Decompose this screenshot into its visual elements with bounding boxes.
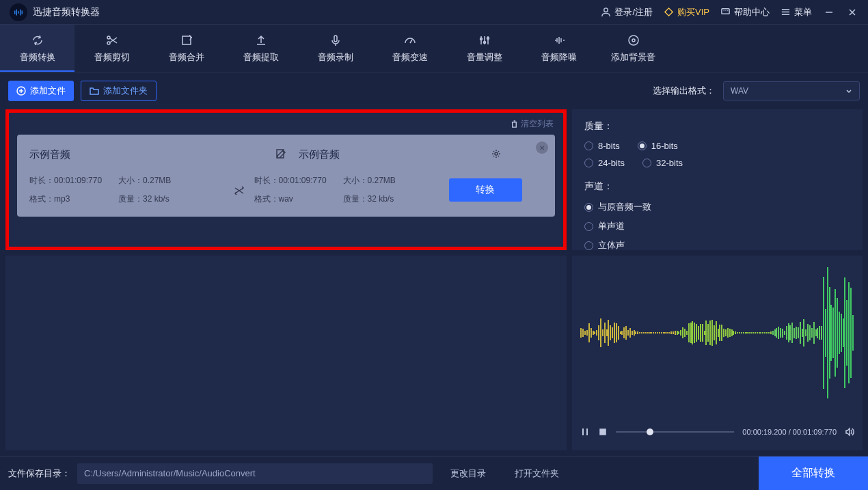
svg-point-9: [629, 36, 638, 45]
scissors-icon: [105, 33, 119, 47]
waveform-panel: 00:00:19.200 / 00:01:09:770: [572, 256, 863, 450]
open-folder-button[interactable]: 打开文件夹: [504, 463, 570, 484]
svg-rect-5: [334, 36, 337, 42]
svg-point-10: [632, 39, 635, 42]
stop-button[interactable]: [598, 427, 608, 437]
menu-label: 菜单: [794, 6, 812, 18]
tab-label: 音频降噪: [541, 51, 577, 64]
playback-time: 00:00:19.200 / 00:01:09:770: [742, 428, 837, 436]
clear-list-label: 清空列表: [521, 118, 554, 130]
help-link[interactable]: 帮助中心: [720, 6, 770, 18]
eq-icon: [478, 33, 491, 47]
target-meta: 时长：00:01:09:770大小：0.27MB 格式：wav质量：32 kb/…: [254, 175, 449, 205]
swap-icon: [224, 184, 254, 196]
convert-all-button[interactable]: 全部转换: [759, 457, 868, 491]
svg-point-12: [495, 152, 498, 155]
bgm-icon: [627, 33, 640, 47]
tab-merge[interactable]: 音频合并: [149, 25, 223, 72]
tab-label: 音频变速: [392, 51, 428, 64]
svg-rect-1: [722, 9, 729, 14]
chevron-down-icon: [845, 87, 852, 94]
gear-icon[interactable]: [491, 148, 502, 161]
change-dir-button[interactable]: 更改目录: [439, 463, 497, 484]
tab-label: 音频剪切: [94, 51, 130, 64]
format-value: WAV: [731, 86, 748, 96]
vip-link[interactable]: 购买VIP: [664, 6, 709, 18]
svg-point-3: [107, 42, 110, 44]
quality-16bits[interactable]: 16-bits: [638, 141, 678, 151]
channel-label: 声道：: [584, 180, 850, 193]
tab-speed[interactable]: 音频变速: [372, 25, 447, 72]
tab-label: 音频合并: [169, 51, 204, 64]
empty-area: [5, 256, 567, 450]
progress-bar[interactable]: [616, 431, 734, 433]
file-list-panel: 清空列表 ✕ 示例音频 示例音频 时长：00:01:09:770大小：0.27M…: [5, 109, 567, 250]
settings-panel: 质量： 8-bits 16-bits 24-bits 32-bits 声道： 与…: [572, 109, 863, 250]
tab-denoise[interactable]: 音频降噪: [521, 25, 596, 72]
tab-label: 音频提取: [243, 51, 279, 64]
target-name: 示例音频: [299, 148, 491, 161]
close-button[interactable]: [846, 6, 858, 18]
quality-32bits[interactable]: 32-bits: [642, 158, 683, 168]
save-path[interactable]: C:/Users/Administrator/Music/AudioConver…: [77, 463, 433, 484]
tab-label: 音频录制: [318, 51, 353, 64]
refresh-icon: [31, 33, 44, 47]
mic-icon: [329, 33, 342, 47]
tab-label: 音量调整: [467, 51, 502, 64]
remove-card-button[interactable]: ✕: [536, 141, 548, 154]
tab-extract[interactable]: 音频提取: [223, 25, 298, 72]
svg-point-2: [107, 36, 110, 39]
source-meta: 时长：00:01:09:770大小：0.27MB 格式：mp3质量：32 kb/…: [29, 175, 224, 205]
file-card: ✕ 示例音频 示例音频 时长：00:01:09:770大小：0.27MB 格式：…: [17, 135, 555, 217]
nav-tabs: 音频转换 音频剪切 音频合并 音频提取 音频录制 音频变速 音量调整 音频降噪 …: [0, 25, 868, 72]
add-file-button[interactable]: 添加文件: [8, 81, 74, 101]
edit-icon[interactable]: [275, 148, 288, 161]
quality-label: 质量：: [584, 120, 850, 133]
clear-list-button[interactable]: 清空列表: [511, 118, 554, 130]
tab-label: 音频转换: [20, 51, 55, 64]
tab-bgm[interactable]: 添加背景音: [596, 25, 670, 72]
vip-label: 购买VIP: [677, 6, 709, 18]
tab-cut[interactable]: 音频剪切: [74, 25, 149, 72]
footer: 文件保存目录： C:/Users/Administrator/Music/Aud…: [0, 456, 868, 490]
add-file-label: 添加文件: [30, 85, 66, 97]
format-label: 选择输出格式：: [653, 85, 715, 97]
menu-link[interactable]: 菜单: [781, 6, 812, 18]
pause-button[interactable]: [580, 427, 590, 437]
merge-icon: [180, 33, 193, 47]
tab-convert[interactable]: 音频转换: [0, 25, 74, 72]
quality-24bits[interactable]: 24-bits: [584, 158, 625, 168]
format-select[interactable]: WAV: [723, 81, 860, 100]
titlebar: 迅捷音频转换器 登录/注册 购买VIP 帮助中心 菜单: [0, 0, 868, 25]
add-folder-button[interactable]: 添加文件夹: [81, 81, 157, 101]
app-logo: [10, 3, 27, 21]
toolbar: 添加文件 添加文件夹 选择输出格式： WAV: [0, 72, 868, 109]
channel-same[interactable]: 与原音频一致: [584, 201, 850, 213]
login-link[interactable]: 登录/注册: [601, 6, 653, 18]
app-title: 迅捷音频转换器: [33, 6, 601, 18]
login-label: 登录/注册: [614, 6, 653, 18]
help-label: 帮助中心: [734, 6, 770, 18]
upload-icon: [254, 33, 268, 47]
tab-label: 添加背景音: [611, 51, 655, 64]
source-name: 示例音频: [29, 148, 275, 161]
noise-icon: [552, 33, 566, 47]
minimize-button[interactable]: [823, 6, 835, 18]
quality-8bits[interactable]: 8-bits: [584, 141, 620, 151]
tab-record[interactable]: 音频录制: [298, 25, 372, 72]
waveform: [580, 264, 854, 401]
volume-icon[interactable]: [845, 427, 854, 437]
channel-stereo[interactable]: 立体声: [584, 239, 850, 251]
speed-icon: [403, 33, 417, 47]
save-dir-label: 文件保存目录：: [8, 467, 70, 480]
svg-rect-13: [600, 429, 606, 435]
svg-point-0: [604, 8, 608, 12]
tab-volume[interactable]: 音量调整: [447, 25, 521, 72]
add-folder-label: 添加文件夹: [103, 85, 148, 97]
progress-thumb[interactable]: [647, 428, 653, 435]
convert-button[interactable]: 转换: [449, 178, 522, 202]
channel-mono[interactable]: 单声道: [584, 220, 850, 232]
